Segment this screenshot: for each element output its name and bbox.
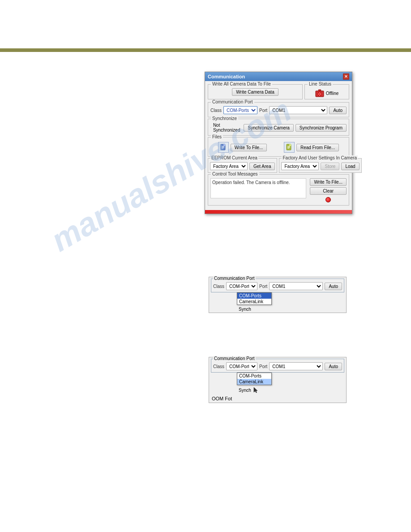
oom-fot-label: OOM Fot (209, 394, 346, 403)
bottom-dropdown-option-cameralink[interactable]: CameraLink (237, 379, 271, 385)
write-file-icon (218, 142, 229, 153)
comm-port-panel-bottom-label: Communication Port (213, 356, 256, 361)
eeprom-section: EEPROM Current Area Factory Area Get Are… (208, 158, 277, 173)
write-all-camera-section: Write All Camera Data To File Write Came… (208, 84, 303, 99)
sync-camera-button[interactable]: Synchronize Camera (244, 124, 293, 132)
bottom-synch-row: Synch (237, 386, 346, 394)
write-to-file-button[interactable]: Write To File... (231, 144, 267, 151)
line-status-label: Line Status (308, 82, 333, 86)
write-camera-data-button[interactable]: Write Camera Data (232, 88, 278, 96)
eeprom-label: EEPROM Current Area (210, 155, 258, 160)
middle-port-select[interactable]: COM1 (269, 282, 323, 290)
bottom-class-dropdown-popup: COM-Ports CameraLink Synch (237, 373, 346, 394)
communication-dialog: Communication ✕ Write All Camera Data To… (205, 72, 352, 214)
middle-auto-button[interactable]: Auto (325, 283, 342, 290)
dropdown-option-com-ports[interactable]: COM-Ports (237, 293, 271, 299)
synchronize-section: Synchronize Not Synchronized Synchronize… (208, 119, 349, 136)
svg-rect-9 (223, 144, 225, 146)
files-label: Files (211, 134, 223, 139)
dialog-statusbar (205, 210, 352, 214)
sync-program-button[interactable]: Synchronize Program (295, 124, 347, 132)
sync-people-icon (210, 123, 211, 133)
bottom-auto-button[interactable]: Auto (325, 363, 342, 370)
auto-button[interactable]: Auto (329, 107, 347, 114)
comm-port-section: Communication Port Class COM-Ports Port … (208, 102, 349, 117)
messages-text-area: Operation failed. The Camera is offline. (210, 178, 306, 198)
files-section: Files Write To File... (208, 137, 349, 157)
write-all-camera-label: Write All Camera Data To File (211, 82, 272, 86)
factory-user-section: Factory And User Settings In Camera Fact… (279, 158, 361, 173)
comm-port-panel-middle-label: Communication Port (213, 276, 256, 281)
get-area-button[interactable]: Get Area (249, 163, 275, 170)
svg-rect-14 (289, 144, 291, 146)
middle-class-dropdown-popup: COM-Ports CameraLink Synch (237, 292, 346, 313)
class-label: Class (210, 108, 222, 113)
clear-button[interactable]: Clear (310, 187, 347, 195)
top-banner (0, 48, 411, 52)
factory-user-label: Factory And User Settings In Camera (282, 155, 358, 160)
offline-text: Offline (326, 91, 339, 96)
messages-write-to-file-button[interactable]: Write To File... (310, 178, 347, 186)
middle-port-label: Port (259, 284, 267, 289)
svg-rect-1 (318, 90, 321, 91)
dialog-title: Communication (208, 74, 245, 79)
dropdown-option-cameralink[interactable]: CameraLink (237, 299, 271, 305)
load-button[interactable]: Load (341, 163, 359, 170)
synchronize-label: Synchronize (211, 116, 238, 121)
bottom-port-select[interactable]: COM1 (269, 362, 323, 370)
comm-port-label: Communication Port (211, 99, 254, 104)
port-select[interactable]: COM1 (269, 106, 327, 114)
middle-class-select[interactable]: COM-Ports (226, 282, 257, 290)
factory-area-select[interactable]: Factory Area (281, 162, 319, 170)
bottom-port-label: Port (259, 364, 267, 369)
store-button: Store (321, 163, 339, 170)
offline-icon (315, 89, 324, 97)
bottom-class-label: Class (213, 364, 224, 369)
not-synchronized-text: Not Synchronized (213, 123, 240, 133)
middle-class-label: Class (213, 284, 224, 289)
port-label: Port (259, 108, 267, 113)
cursor-icon (253, 387, 259, 393)
control-tool-messages-section: Control Tool Messages Operation failed. … (208, 174, 349, 206)
line-status-section: Line Status Offline (304, 84, 349, 99)
bottom-dropdown-option-com-ports[interactable]: COM-Ports (237, 373, 271, 379)
svg-marker-18 (254, 387, 257, 393)
class-select[interactable]: COM-Ports (223, 106, 257, 114)
bottom-class-select[interactable]: COM-Ports (226, 362, 257, 370)
comm-port-panel-bottom: Communication Port Class COM-Ports Port … (209, 357, 347, 403)
control-tool-messages-label: Control Tool Messages (211, 172, 259, 176)
read-from-file-button[interactable]: Read From File... (296, 144, 339, 151)
read-file-icon (284, 142, 295, 153)
bottom-synch-text: Synch (239, 388, 251, 393)
comm-port-panel-middle: Communication Port Class COM-Ports Port … (209, 277, 347, 313)
dialog-titlebar: Communication ✕ (205, 72, 352, 81)
middle-synch-text: Synch (237, 306, 346, 313)
close-button[interactable]: ✕ (343, 73, 349, 80)
error-indicator (325, 197, 331, 202)
eeprom-area-select[interactable]: Factory Area (210, 162, 248, 170)
